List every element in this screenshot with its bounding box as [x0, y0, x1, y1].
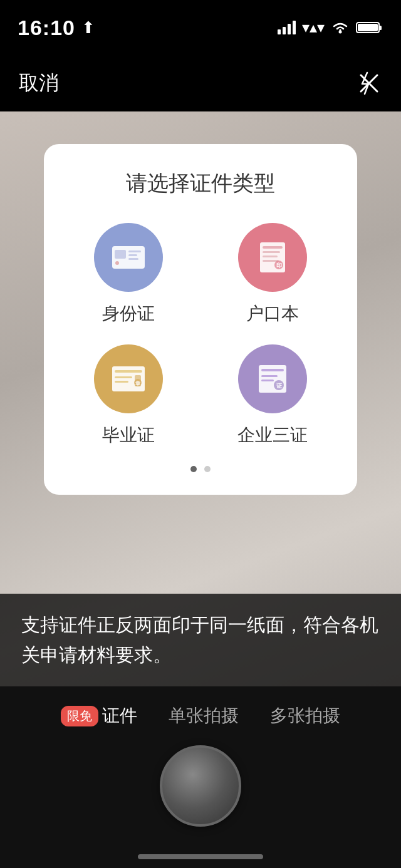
svg-rect-15 [263, 256, 278, 257]
document-grid: 身份证 印 户口本 [63, 223, 338, 447]
bottom-bar: 限免 证件 单张拍摄 多张拍摄 [0, 686, 401, 868]
svg-rect-2 [379, 26, 382, 30]
svg-rect-8 [128, 251, 141, 252]
wifi-icon-svg [331, 20, 350, 35]
tab-combine[interactable]: 限免 证件 [61, 704, 137, 728]
battery-icon [356, 20, 383, 35]
svg-rect-28 [261, 375, 278, 377]
location-icon: ⬆ [81, 18, 95, 38]
diploma-label: 毕业证 [102, 423, 155, 447]
signal-icon [278, 21, 296, 34]
tab-single[interactable]: 单张拍摄 [169, 704, 239, 728]
svg-text:印: 印 [276, 262, 282, 269]
doc-item-enterprise[interactable]: 证 企业三证 [207, 344, 338, 447]
wifi-icon: ▾▴▾ [302, 19, 325, 36]
status-bar: 16:10 ⬆ ▾▴▾ [0, 0, 401, 55]
limit-badge: 限免 [61, 706, 98, 726]
svg-text:证: 证 [276, 383, 283, 389]
doc-item-id-card[interactable]: 身份证 [63, 223, 194, 326]
modal-title: 请选择证件类型 [63, 169, 338, 198]
dot-1 [190, 466, 197, 472]
svg-rect-13 [263, 246, 283, 249]
household-label: 户口本 [246, 302, 299, 326]
tab-multi[interactable]: 多张拍摄 [270, 704, 340, 728]
info-text: 支持证件正反两面印于同一纸面，符合各机关申请材料要求。 [21, 610, 380, 670]
nav-bar: 取消 [0, 55, 401, 111]
svg-rect-22 [115, 381, 128, 383]
status-time: 16:10 [18, 16, 75, 40]
shutter-button[interactable] [160, 745, 241, 827]
flash-icon[interactable] [356, 70, 382, 96]
svg-rect-3 [358, 24, 378, 31]
svg-point-11 [115, 261, 119, 265]
diploma-icon-circle: 章 [94, 344, 163, 413]
svg-rect-14 [263, 251, 280, 253]
dot-2 [204, 466, 211, 472]
svg-point-0 [339, 31, 342, 34]
status-icons: ▾▴▾ [278, 19, 383, 36]
svg-rect-20 [115, 370, 142, 373]
enterprise-icon-circle: 证 [238, 344, 307, 413]
svg-rect-29 [261, 380, 274, 381]
shutter-area [0, 745, 401, 827]
svg-rect-21 [115, 376, 132, 378]
id-card-label: 身份证 [102, 302, 155, 326]
tab-single-label: 单张拍摄 [169, 704, 239, 728]
home-indicator [138, 854, 263, 859]
document-type-modal: 请选择证件类型 身份证 [44, 144, 357, 495]
info-box: 支持证件正反两面印于同一纸面，符合各机关申请材料要求。 [0, 594, 401, 686]
tab-multi-label: 多张拍摄 [270, 704, 340, 728]
doc-item-household[interactable]: 印 户口本 [207, 223, 338, 326]
svg-rect-9 [128, 254, 137, 256]
pagination-dots [63, 466, 338, 472]
tab-combine-label: 证件 [102, 704, 137, 728]
svg-rect-27 [261, 369, 284, 371]
enterprise-label: 企业三证 [237, 423, 308, 447]
doc-item-diploma[interactable]: 章 毕业证 [63, 344, 194, 447]
svg-text:章: 章 [135, 380, 140, 386]
cancel-button[interactable]: 取消 [19, 70, 59, 97]
svg-rect-10 [128, 258, 138, 260]
svg-rect-7 [115, 250, 126, 259]
household-icon-circle: 印 [238, 223, 307, 292]
id-card-icon-circle [94, 223, 163, 292]
tab-row: 限免 证件 单张拍摄 多张拍摄 [0, 686, 401, 728]
